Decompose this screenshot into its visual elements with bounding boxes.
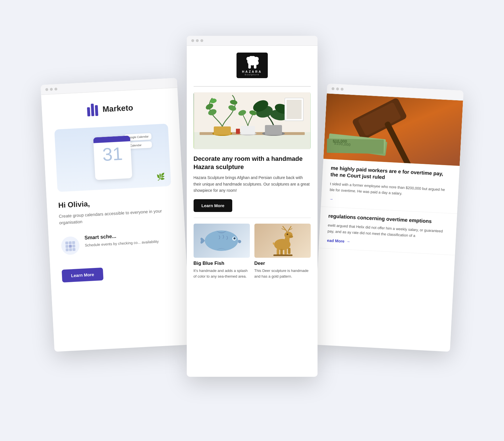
svg-rect-45 <box>273 255 293 256</box>
svg-rect-8 <box>69 248 72 251</box>
news-article-2: regulations concerning overtime emptions… <box>319 207 457 255</box>
svg-rect-44 <box>288 248 291 254</box>
hazara-products-grid: Big Blue Fish It's handmade and adds a s… <box>194 224 311 279</box>
hazara-hero-image <box>194 92 311 149</box>
marketo-logo-area: Marketo <box>53 100 167 118</box>
dot-yellow-r <box>336 88 339 91</box>
marketo-bar-1 <box>87 107 90 116</box>
news-hero-image: $100,000 $10,000 <box>323 93 463 166</box>
dot-red <box>45 88 48 91</box>
product-deer-image <box>254 224 311 258</box>
news-article-1-title: me highly paid workers are e for overtim… <box>330 165 451 184</box>
marketo-smart-schedule-section: Smart sche... Schedule events by checkin… <box>60 230 174 256</box>
calendar-leaves-decoration: 🌿 <box>156 173 165 181</box>
hazara-browser-content: HAZARA Sculpture <box>187 46 318 376</box>
svg-rect-9 <box>72 248 75 251</box>
news-read-more-1[interactable]: → <box>329 197 449 207</box>
marketo-window: Marketo 31 Google Calendar + Calendar 🌿 … <box>40 78 191 352</box>
svg-rect-42 <box>280 249 283 255</box>
svg-point-33 <box>205 230 238 251</box>
product-fish-desc: It's handmade and adds a splash of color… <box>194 268 250 279</box>
news-article-1-body: t sided with a former employee who nore … <box>329 181 451 199</box>
main-scene: Marketo 31 Google Calendar + Calendar 🌿 … <box>53 36 451 405</box>
product-deer-name: Deer <box>254 261 311 266</box>
marketo-subtitle: Create group calendars accessible to eve… <box>59 207 173 226</box>
svg-rect-7 <box>65 248 69 251</box>
dot-green-c <box>200 39 203 42</box>
svg-rect-30 <box>236 129 240 134</box>
marketo-bar-3 <box>95 105 98 116</box>
calendar-big: 31 <box>93 136 132 180</box>
marketo-content-area: Marketo 31 Google Calendar + Calendar 🌿 … <box>41 88 191 351</box>
svg-point-39 <box>289 235 293 238</box>
svg-point-40 <box>287 234 288 235</box>
calendar-number: 31 <box>93 141 131 164</box>
svg-rect-27 <box>241 126 255 134</box>
dot-red-r <box>331 87 335 90</box>
product-fish-card: Big Blue Fish It's handmade and adds a s… <box>194 224 250 279</box>
marketo-illustration: 31 Google Calendar + Calendar 🌿 <box>54 124 171 192</box>
svg-rect-6 <box>72 245 75 248</box>
news-article-2-body: ewitt argued that Helix did not offer hi… <box>327 222 448 241</box>
hazara-main-title: Decorate any room with a handmade Hazara… <box>194 155 311 171</box>
hazara-logo-title: HAZARA <box>242 70 262 73</box>
marketo-learn-more-button[interactable]: Learn More <box>61 268 103 283</box>
dot-red-c <box>191 39 194 42</box>
read-more-label: ead More <box>327 238 345 244</box>
news-article-1: me highly paid workers are e for overtim… <box>321 159 459 214</box>
svg-rect-21 <box>265 125 282 135</box>
dot-green-r <box>341 88 344 91</box>
news-read-more-2[interactable]: ead More → <box>327 238 447 249</box>
marketo-bar-2 <box>91 104 94 116</box>
marketo-browser-content: Marketo 31 Google Calendar + Calendar 🌿 … <box>41 88 191 351</box>
dot-yellow-c <box>196 39 199 42</box>
hazara-content-area: HAZARA Sculpture <box>187 46 318 376</box>
svg-rect-5 <box>69 245 72 248</box>
news-content-area: $100,000 $10,000 me highly paid workers … <box>314 93 463 351</box>
svg-rect-41 <box>277 249 279 255</box>
hazara-titlebar <box>187 36 318 46</box>
marketo-logo-icon <box>87 103 98 117</box>
product-fish-image <box>194 224 250 258</box>
svg-rect-32 <box>287 100 302 119</box>
hazara-horse-icon <box>244 55 261 69</box>
hazara-logo-box: HAZARA Sculpture <box>237 53 268 78</box>
hazara-logo-sub: Sculpture <box>245 73 260 76</box>
read-more-arrow-2: → <box>346 239 350 244</box>
news-browser-content: $100,000 $10,000 me highly paid workers … <box>314 93 463 351</box>
hazara-products-divider <box>194 218 311 218</box>
hazara-learn-more-button[interactable]: Learn More <box>194 199 233 212</box>
hazara-top-divider <box>194 86 311 87</box>
svg-rect-14 <box>214 126 231 135</box>
svg-rect-2 <box>69 241 72 244</box>
smart-schedule-icon <box>60 235 81 256</box>
svg-point-35 <box>234 238 236 240</box>
hazara-main-desc: Hazara Sculpture brings Afghan and Persi… <box>194 174 311 194</box>
svg-rect-4 <box>65 245 69 248</box>
hazara-header: HAZARA Sculpture <box>194 46 311 86</box>
dot-green <box>54 88 57 91</box>
dot-yellow <box>50 88 53 91</box>
svg-rect-1 <box>65 242 68 245</box>
smart-schedule-text: Smart sche... Schedule events by checkin… <box>84 231 159 248</box>
read-more-arrow-1: → <box>329 197 333 201</box>
product-fish-name: Big Blue Fish <box>194 261 250 266</box>
svg-text:$10,000: $10,000 <box>333 139 347 143</box>
product-deer-desc: This Deer sculpture is handmade and has … <box>254 268 311 279</box>
svg-rect-43 <box>285 248 287 255</box>
product-deer-card: Deer This Deer sculpture is handmade and… <box>254 224 311 279</box>
marketo-greeting: Hi Olivia, <box>58 195 172 210</box>
marketo-logo-text: Marketo <box>102 103 133 114</box>
svg-rect-3 <box>72 241 75 244</box>
hazara-window: HAZARA Sculpture <box>187 36 318 377</box>
news-window: $100,000 $10,000 me highly paid workers … <box>314 84 463 352</box>
